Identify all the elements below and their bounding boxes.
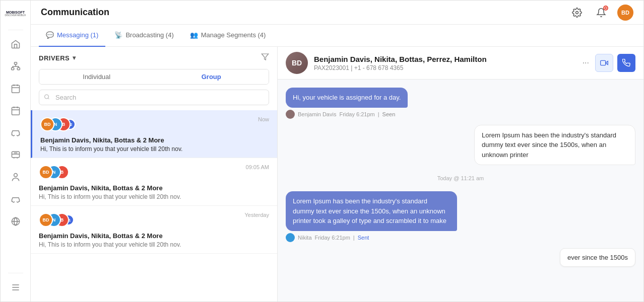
toggle-group[interactable]: Group <box>154 69 269 84</box>
svg-rect-2 <box>17 68 20 70</box>
sidebar-item-menu[interactable] <box>7 278 25 296</box>
message-status-1: Seen <box>382 111 396 117</box>
svg-marker-11 <box>606 61 608 65</box>
sidebar-item-schedule[interactable] <box>7 102 25 120</box>
avatar-1c: BD <box>39 213 53 227</box>
tabs-bar: 💬 Messaging (1) 📡 Broadcasting (4) 👥 Man… <box>31 25 643 47</box>
more-options-button[interactable]: ··· <box>581 56 591 69</box>
sidebar-item-vehicle[interactable] <box>7 124 25 142</box>
message-meta-1: Benjamin Davis Friday 6:21pm | Seen <box>286 110 395 119</box>
conv-name-2: Benjamin Davis, Nikita, Bottas & 2 More <box>39 184 269 192</box>
message-sender-3: Nikita <box>298 235 312 241</box>
contact-id: PAX2023001 <box>314 64 349 71</box>
sidebar-item-bus[interactable] <box>7 146 25 164</box>
sidebar-divider-top <box>8 30 23 30</box>
tab-messaging[interactable]: 💬 Messaging (1) <box>39 25 105 47</box>
tab-messaging-label: Messaging (1) <box>57 31 98 39</box>
user-avatar[interactable]: BD <box>617 5 633 21</box>
sidebar-bottom <box>7 272 25 296</box>
svg-point-8 <box>576 11 578 14</box>
message-2-wrap: Lorem Ipsum has been the industry's stan… <box>286 125 635 166</box>
voice-call-button[interactable] <box>617 54 635 72</box>
tab-broadcasting-label: Broadcasting (4) <box>125 31 173 39</box>
svg-point-6 <box>14 174 17 177</box>
chat-contact-name: Benjamin Davis, Nikita, Bottas, Perrez, … <box>314 55 574 63</box>
svg-rect-0 <box>14 62 17 64</box>
date-divider-text: Today @ 11:21 am <box>437 175 484 181</box>
main-content: Communication BD 💬 Messaging (1) <box>31 1 643 301</box>
sidebar-item-home[interactable] <box>7 35 25 53</box>
search-icon <box>44 94 50 101</box>
conversation-item-1[interactable]: BD N B +2 Now Benjamin Davis, Nikita, Bo… <box>31 110 277 158</box>
tab-manage-segments-label: Manage Segments (4) <box>201 31 266 39</box>
header-actions: BD <box>569 5 633 21</box>
sidebar-item-car2[interactable] <box>7 190 25 208</box>
svg-rect-12 <box>601 60 606 65</box>
svg-rect-1 <box>11 68 14 70</box>
drivers-header: DRIVERS ▾ <box>31 47 277 69</box>
drivers-title: DRIVERS ▾ <box>39 54 76 62</box>
chat-contact-info: Benjamin Davis, Nikita, Bottas, Perrez, … <box>314 55 574 71</box>
svg-rect-3 <box>12 85 19 93</box>
content-area: DRIVERS ▾ Individual Group <box>31 47 643 301</box>
conv-time-3: Yesterday <box>244 211 269 218</box>
contact-phone: +1 - 678 678 4365 <box>354 64 404 71</box>
conversation-list: BD N B +2 Now Benjamin Davis, Nikita, Bo… <box>31 110 277 301</box>
message-sender-1: Benjamin Davis <box>298 111 336 117</box>
conversation-item-3[interactable]: BD N B +1 Yesterday Benjamin Davis, Niki… <box>31 206 277 254</box>
message-separator-1: | <box>378 111 379 117</box>
segments-icon: 👥 <box>190 31 198 39</box>
notification-badge <box>603 6 608 11</box>
page-title: Communication <box>41 7 109 18</box>
chat-messages: Hi, your vehicle is assigned for a day. … <box>278 80 643 301</box>
video-call-button[interactable] <box>595 54 613 72</box>
message-meta-3: Nikita Friday 6:21pm | Sent <box>286 233 369 242</box>
sidebar-item-globe[interactable] <box>7 212 25 231</box>
messaging-icon: 💬 <box>46 31 54 39</box>
message-bubble-3: Lorem Ipsum has been the industry's stan… <box>286 191 457 231</box>
drivers-label: DRIVERS <box>39 54 70 62</box>
sidebar-divider-bottom <box>8 273 23 273</box>
toggle-individual[interactable]: Individual <box>39 69 154 84</box>
conversation-item-2[interactable]: BD N B 09:05 AM Benjamin Davis, Nikita, … <box>31 158 277 206</box>
message-1: Hi, your vehicle is assigned for a day. … <box>286 88 635 119</box>
avatar-1: BD <box>40 117 54 131</box>
logo: MOBISOFT DISCOVER MOBLIX <box>5 6 27 22</box>
svg-marker-9 <box>262 54 268 60</box>
svg-rect-4 <box>12 107 19 115</box>
conv-time-1: Now <box>258 115 269 122</box>
notifications-button[interactable] <box>593 5 609 21</box>
message-sender-avatar-1 <box>286 110 295 119</box>
message-status-3: Sent <box>358 235 369 241</box>
chat-contact-details: PAX2023001 | +1 - 678 678 4365 <box>314 64 574 71</box>
conv-preview-1: Hi, This is to inform you that your vehi… <box>40 145 232 153</box>
logo-text: MOBISOFT <box>5 11 26 15</box>
partial-message-wrap: ever since the 1500s <box>286 248 635 267</box>
message-sender-avatar-3 <box>286 233 295 242</box>
chat-header: BD Benjamin Davis, Nikita, Bottas, Perre… <box>278 47 643 80</box>
message-bubble-1: Hi, your vehicle is assigned for a day. <box>286 88 408 108</box>
date-divider: Today @ 11:21 am <box>286 175 635 181</box>
sidebar-item-calendar[interactable] <box>7 80 25 98</box>
search-container <box>39 90 269 105</box>
tab-manage-segments[interactable]: 👥 Manage Segments (4) <box>183 25 273 47</box>
sidebar-item-org[interactable] <box>7 57 25 76</box>
message-3: Lorem Ipsum has been the industry's stan… <box>286 191 635 242</box>
broadcasting-icon: 📡 <box>114 31 122 39</box>
toggle-group: Individual Group <box>39 69 269 85</box>
search-input[interactable] <box>39 90 269 105</box>
filter-button[interactable] <box>261 53 269 63</box>
conv-preview-2: Hi, This is to inform you that your vehi… <box>39 193 230 200</box>
sidebar: MOBISOFT DISCOVER MOBLIX <box>1 1 31 301</box>
chat-contact-avatar: BD <box>286 52 308 74</box>
sidebar-item-person[interactable] <box>7 168 25 186</box>
message-separator-3: | <box>353 235 355 241</box>
conv-name-1: Benjamin Davis, Nikita, Bottas & 2 More <box>40 136 269 144</box>
drivers-dropdown-arrow[interactable]: ▾ <box>73 54 76 61</box>
settings-button[interactable] <box>569 5 585 21</box>
conv-preview-3: Hi, This is to inform you that your vehi… <box>39 241 230 248</box>
logo-sub: DISCOVER MOBLIX <box>5 14 26 17</box>
tab-broadcasting[interactable]: 📡 Broadcasting (4) <box>107 25 180 47</box>
top-header: Communication BD <box>31 1 643 25</box>
svg-point-10 <box>45 95 49 99</box>
